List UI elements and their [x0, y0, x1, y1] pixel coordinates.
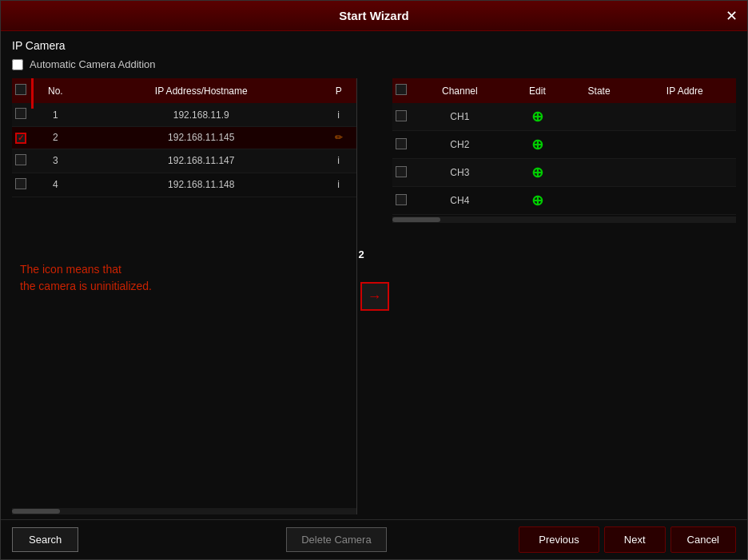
table-row: CH4 ⊕ — [392, 187, 737, 215]
auto-add-label: Automatic Camera Addition — [30, 58, 156, 70]
transfer-button-container: 2 → — [357, 78, 392, 514]
table-row: CH3 ⊕ — [392, 159, 737, 187]
ch1-label: CH1 — [410, 103, 511, 131]
row2-no: 2 — [30, 127, 82, 149]
right-col-state: State — [565, 78, 634, 103]
ch4-ip — [634, 187, 736, 215]
arrow-right-icon: → — [368, 288, 382, 305]
row2-checkbox[interactable] — [15, 133, 26, 144]
select-all-checkbox[interactable] — [15, 84, 26, 95]
ch2-add-icon[interactable]: ⊕ — [531, 137, 543, 153]
annotation-line2: the camera is uninitialized. — [20, 278, 356, 295]
row2-ip: 192.168.11.145 — [82, 127, 321, 149]
ch4-state — [565, 187, 634, 215]
annotation-arrow — [26, 78, 38, 109]
left-col-ip: IP Address/Hostname — [82, 78, 321, 103]
table-row: 1 192.168.11.9 i — [12, 103, 356, 127]
row3-checkbox[interactable] — [15, 154, 26, 165]
right-scrollbar[interactable] — [392, 216, 737, 223]
cancel-button[interactable]: Cancel — [670, 526, 736, 553]
row4-ip: 192.168.11.148 — [82, 173, 321, 197]
right-select-all[interactable] — [396, 84, 407, 95]
right-scrollbar-thumb[interactable] — [392, 217, 440, 222]
row3-p: i — [321, 149, 356, 173]
section-title: IP Camera — [12, 39, 736, 52]
ch3-checkbox[interactable] — [396, 166, 407, 177]
arrow-line — [31, 78, 34, 109]
table-row: 3 192.168.11.147 i — [12, 149, 356, 173]
right-col-ip: IP Addre — [634, 78, 736, 103]
ch4-add-icon[interactable]: ⊕ — [531, 193, 543, 209]
ch1-state — [565, 103, 634, 131]
right-col-check — [392, 78, 410, 103]
previous-button[interactable]: Previous — [519, 526, 599, 553]
annotation-label-2: 2 — [359, 248, 364, 260]
annotation-area: The icon means that the camera is uninit… — [12, 261, 356, 295]
left-scrollbar[interactable] — [12, 508, 356, 514]
search-button[interactable]: Search — [12, 527, 78, 552]
row3-no: 3 — [30, 149, 82, 173]
table-row: CH1 ⊕ — [392, 103, 737, 131]
row1-ip: 192.168.11.9 — [82, 103, 321, 127]
title-bar: Start Wizard ✕ — [1, 1, 747, 31]
delete-camera-button[interactable]: Delete Camera — [286, 527, 386, 552]
ch3-state — [565, 159, 634, 187]
bottom-right-buttons: Previous Next Cancel — [519, 526, 736, 553]
ch3-label: CH3 — [410, 159, 511, 187]
annotation-line1: The icon means that — [20, 261, 356, 278]
table-row: 4 192.168.11.148 i — [12, 173, 356, 197]
row3-ip: 192.168.11.147 — [82, 149, 321, 173]
next-button[interactable]: Next — [604, 526, 666, 553]
ch2-state — [565, 131, 634, 159]
row4-p: i — [321, 173, 356, 197]
row4-no: 4 — [30, 173, 82, 197]
ch4-label: CH4 — [410, 187, 511, 215]
left-table: No. IP Address/Hostname P 1 192.168.11.9… — [12, 78, 356, 197]
ch4-checkbox[interactable] — [396, 194, 407, 205]
ch1-checkbox[interactable] — [396, 110, 407, 121]
auto-add-row: Automatic Camera Addition — [12, 58, 736, 70]
bottom-bar: Search Delete Camera Previous Next Cance… — [1, 519, 747, 559]
table-row: 2 192.168.11.145 ✏ — [12, 127, 356, 149]
right-col-edit: Edit — [510, 78, 564, 103]
auto-add-checkbox[interactable] — [12, 59, 23, 70]
close-button[interactable]: ✕ — [726, 9, 738, 23]
edit-icon[interactable]: ✏ — [335, 132, 343, 143]
ch3-add-icon[interactable]: ⊕ — [531, 165, 543, 181]
dialog-title: Start Wizard — [339, 9, 408, 22]
row4-checkbox[interactable] — [15, 178, 26, 189]
ch1-add-icon[interactable]: ⊕ — [531, 109, 543, 125]
right-panel: Channel Edit State IP Addre CH1 ⊕ — [392, 78, 737, 514]
content-area: IP Camera Automatic Camera Addition No. … — [1, 31, 747, 519]
right-col-channel: Channel — [410, 78, 511, 103]
left-scrollbar-thumb[interactable] — [12, 509, 60, 514]
table-row: CH2 ⊕ — [392, 131, 737, 159]
row1-p: i — [321, 103, 356, 127]
left-panel: No. IP Address/Hostname P 1 192.168.11.9… — [12, 78, 357, 514]
bottom-left-buttons: Search Delete Camera — [12, 527, 387, 552]
ch2-label: CH2 — [410, 131, 511, 159]
ch3-ip — [634, 159, 736, 187]
dialog: Start Wizard ✕ IP Camera Automatic Camer… — [0, 0, 748, 560]
ch2-checkbox[interactable] — [396, 138, 407, 149]
left-col-p: P — [321, 78, 356, 103]
row1-checkbox[interactable] — [15, 108, 26, 119]
ch2-ip — [634, 131, 736, 159]
main-area: No. IP Address/Hostname P 1 192.168.11.9… — [12, 78, 736, 514]
ch1-ip — [634, 103, 736, 131]
right-table: Channel Edit State IP Addre CH1 ⊕ — [392, 78, 737, 215]
row2-p: ✏ — [321, 127, 356, 149]
transfer-button[interactable]: → — [360, 282, 389, 311]
